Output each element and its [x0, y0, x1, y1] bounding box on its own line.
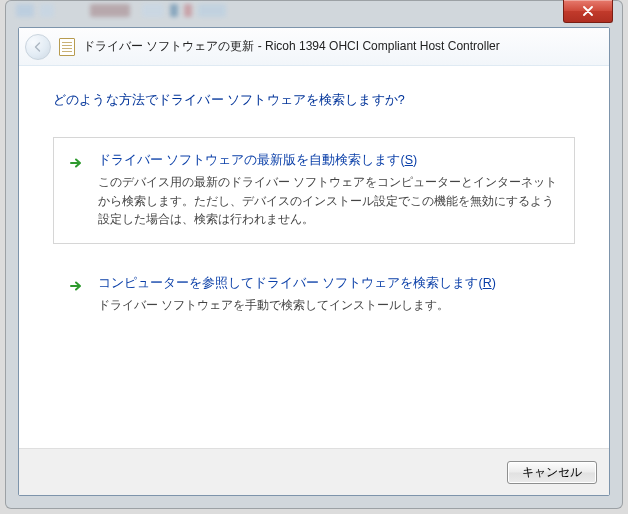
cancel-button[interactable]: キャンセル	[507, 461, 597, 484]
driver-update-icon	[59, 38, 75, 56]
window-frame: ドライバー ソフトウェアの更新 - Ricoh 1394 OHCI Compli…	[5, 0, 623, 509]
close-button[interactable]	[563, 0, 613, 23]
wizard-body: どのような方法でドライバー ソフトウェアを検索しますか? ドライバー ソフトウェ…	[19, 66, 609, 448]
wizard-frame: ドライバー ソフトウェアの更新 - Ricoh 1394 OHCI Compli…	[18, 27, 610, 496]
arrow-right-icon	[68, 155, 84, 171]
option-title: ドライバー ソフトウェアの最新版を自動検索します(S)	[98, 152, 560, 169]
option-description: このデバイス用の最新のドライバー ソフトウェアをコンピューターとインターネットか…	[98, 173, 560, 229]
back-button[interactable]	[25, 34, 51, 60]
wizard-header: ドライバー ソフトウェアの更新 - Ricoh 1394 OHCI Compli…	[19, 28, 609, 66]
arrow-right-icon	[68, 278, 84, 294]
back-arrow-icon	[32, 41, 44, 53]
window-title: ドライバー ソフトウェアの更新 - Ricoh 1394 OHCI Compli…	[83, 38, 500, 55]
wizard-footer: キャンセル	[19, 448, 609, 495]
titlebar-blur	[10, 0, 618, 22]
option-auto-search[interactable]: ドライバー ソフトウェアの最新版を自動検索します(S) このデバイス用の最新のド…	[53, 137, 575, 244]
option-browse-computer[interactable]: コンピューターを参照してドライバー ソフトウェアを検索します(R) ドライバー …	[53, 260, 575, 330]
option-title: コンピューターを参照してドライバー ソフトウェアを検索します(R)	[98, 275, 560, 292]
option-description: ドライバー ソフトウェアを手動で検索してインストールします。	[98, 296, 560, 315]
close-icon	[582, 6, 594, 16]
main-instruction: どのような方法でドライバー ソフトウェアを検索しますか?	[53, 92, 575, 109]
